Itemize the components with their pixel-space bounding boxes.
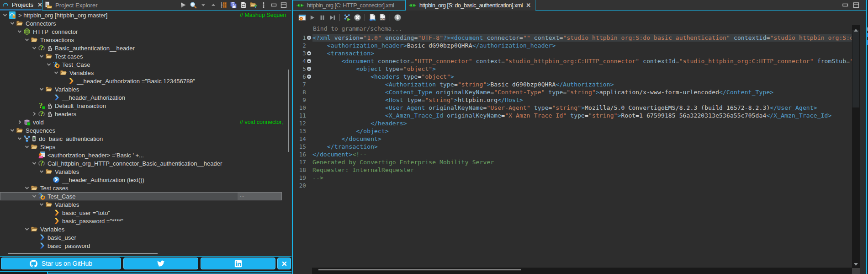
expand-button[interactable] [208,0,218,10]
tree-item-header-authorization-text[interactable]: __header_Authorization (text()) [0,176,291,184]
show-json-button[interactable] [377,12,387,22]
chevron-down-icon[interactable] [23,36,31,43]
code-line-4[interactable]: 4 <document connector="HTTP_connector" c… [294,57,852,65]
step-button[interactable] [327,12,337,22]
tab-projects[interactable]: Projects ✕ [0,0,44,9]
code-line-11[interactable]: 11 <X_Amzn_Trace_Id originalKeyName="X-A… [294,112,852,119]
refresh-button[interactable] [238,0,249,10]
chevron-down-icon[interactable] [30,160,38,167]
code-line-7[interactable]: 7 <Authorization type="string">Basic dG9… [294,81,852,88]
tree-item-variables[interactable]: Variables [0,167,291,176]
fold-marker-icon[interactable] [306,65,312,73]
tree-item-test-cases[interactable]: Test cases [0,52,291,60]
engine-settings-button[interactable] [297,12,307,22]
code-line-20[interactable]: 20 [294,182,852,189]
code-line-8[interactable]: 8 <Content_Type originalKeyName="Content… [294,88,852,96]
editor-horizontal-scrollbar[interactable] [312,268,852,274]
chevron-right-icon[interactable] [16,118,23,126]
tree-item-connectors[interactable]: Connectors [0,19,291,27]
tree-item-steps[interactable]: Steps [0,143,291,151]
chevron-down-icon[interactable] [23,226,31,233]
scroll-up-icon[interactable] [853,28,858,32]
tree-item-variables[interactable]: Variables [0,225,291,233]
code-line-6[interactable]: 6 <headers type="object"> [294,73,852,81]
rename-ellipsis-button[interactable]: ... [238,193,281,200]
chevron-down-icon[interactable] [23,143,31,150]
tree-item-sequences[interactable]: Sequences [0,126,291,134]
github-star-button[interactable]: Star us on GitHub [1,258,121,269]
chevron-down-icon[interactable] [37,168,45,175]
tree-item-basic-password[interactable]: basic_password ="****" [0,217,291,225]
chevron-down-icon[interactable] [45,61,53,68]
chevron-down-icon[interactable] [8,127,16,134]
fold-marker-icon[interactable] [306,34,312,42]
tree-item-basic-authentication-header[interactable]: Basic_authentication__header [0,44,291,52]
code-line-12[interactable]: 12 </headers> [294,119,852,127]
tree-item-void[interactable]: void// void connector, [0,118,291,126]
tree-item-variables[interactable]: Variables [0,85,291,93]
chevron-down-icon[interactable] [23,184,31,192]
code-line-18[interactable]: 18Requester: InternalRequester [294,166,852,174]
tree-vertical-scrollbar[interactable] [288,70,289,152]
tree-item-variables[interactable]: Variables [0,200,291,209]
chevron-down-icon[interactable] [30,193,38,200]
scroll-down-icon[interactable] [853,262,858,267]
chevron-right-icon[interactable] [30,110,38,118]
tree-item-http-connector[interactable]: HTTP_connector [0,27,291,36]
fold-marker-icon[interactable] [306,73,312,81]
close-icon[interactable]: ✕ [526,2,531,9]
tree-item-do-basic-authentication[interactable]: do_basic_authentication [0,134,291,143]
save-all-button[interactable] [228,0,238,10]
tree-item-header-authorization[interactable]: __header_Authorization [0,93,291,102]
maximize-button[interactable] [279,0,289,10]
tree-item-transactions[interactable]: Transactions [0,36,291,44]
code-line-16[interactable]: 16</document><!-- [294,150,852,158]
minimize-button[interactable] [840,0,851,10]
stop-button[interactable] [352,12,362,22]
bind-hint-link[interactable]: Bind to grammar/schema... [313,25,402,32]
chevron-down-icon[interactable] [37,201,45,208]
tree-item-test-case[interactable]: Test_Case... [0,192,291,200]
collapse-button[interactable] [198,0,208,10]
code-line-15[interactable]: 15 </transaction> [294,143,852,150]
code-line-9[interactable]: 9 <Host type="string">httpbin.org</Host> [294,96,852,104]
fold-marker-icon[interactable] [306,49,312,57]
chevron-down-icon[interactable] [37,86,45,93]
chevron-down-icon[interactable] [37,53,45,60]
code-line-19[interactable]: 19--> [294,174,852,182]
tree-item-test-case[interactable]: Test_Case [0,60,291,69]
code-line-1[interactable]: 1<?xml version="1.0" encoding="UTF-8"?><… [294,34,852,42]
link-editor-button[interactable] [218,0,228,10]
play-button[interactable] [307,12,317,22]
editor-horizontal-scrollbar-thumb[interactable] [318,269,521,270]
code-line-10[interactable]: 10 <User_Agent originalKeyName="User-Age… [294,104,852,112]
code-line-3[interactable]: 3 <transaction> [294,49,852,57]
linkedin-button[interactable] [201,258,275,269]
tree-item-test-cases[interactable]: Test cases [0,184,291,192]
tab-httpbin-org-do-basic-authentication-xml[interactable]: httpbin_org [S: do_basic_authentication]… [406,0,535,11]
download-button[interactable] [392,12,402,22]
show-xml-button[interactable] [367,12,377,22]
fold-marker-icon[interactable] [306,57,312,65]
code-line-2[interactable]: 2 <authorization_header>Basic dG90bzp0QH… [294,42,852,49]
chevron-down-icon[interactable] [16,135,23,142]
code-line-13[interactable]: 13 </object> [294,127,852,135]
tree-item-variables[interactable]: Variables [0,69,291,77]
search-button[interactable] [188,0,198,10]
tree-item-call-httpbin-org-http-connector-basic-authentica[interactable]: Call_httpbin_org_HTTP_connector_Basic_au… [0,159,291,167]
execute-sequence-button[interactable] [342,12,352,22]
twitter-button[interactable] [123,258,198,269]
editor-vertical-scrollbar-thumb[interactable] [852,30,859,107]
minimize-button[interactable] [269,0,279,10]
tree-item-basic-password[interactable]: basic_password [0,242,291,250]
chevron-down-icon[interactable] [16,28,23,35]
view-menu-button[interactable] [259,0,269,10]
chevron-down-icon[interactable] [52,69,60,76]
tree-item-headers[interactable]: headers [0,110,291,118]
tree-item-httpbin-org-httpbin-org-master[interactable]: > httpbin_org [httpbin_org master]// Mas… [0,11,291,19]
chevron-down-icon[interactable] [1,11,9,19]
xml-source-editor[interactable]: 1<?xml version="1.0" encoding="UTF-8"?><… [294,34,852,268]
promo-close-button[interactable] [277,258,291,269]
maximize-button[interactable] [851,0,862,10]
pause-button[interactable] [317,12,327,22]
